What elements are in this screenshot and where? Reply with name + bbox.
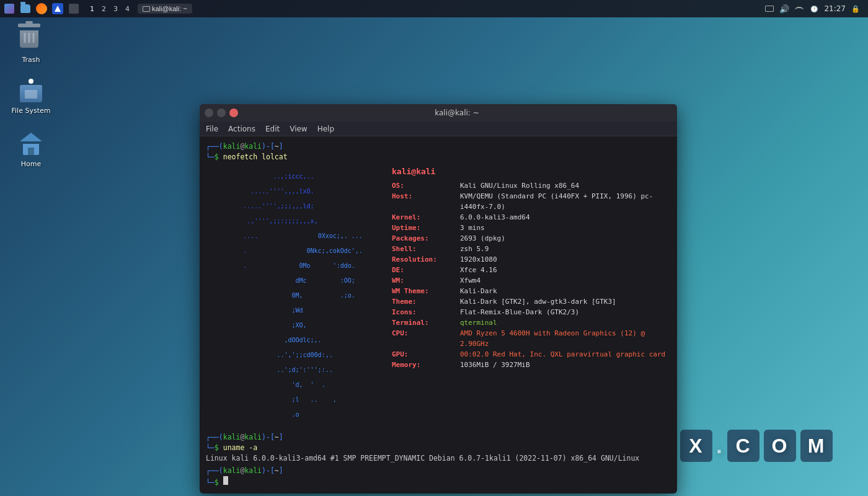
terminal-body[interactable]: ┌──(kali@kali)-[~] └─$ neofetch lolcat .…: [200, 136, 677, 494]
prompt-line-2: ┌──(kali@kali)-[~]: [206, 432, 671, 443]
taskbar-workspaces: 1 2 3 4: [87, 5, 133, 13]
prompt-line-1b: └─$ neofetch lolcat: [206, 152, 671, 162]
wm-letter-C: C: [727, 430, 760, 462]
workspace-3[interactable]: 3: [110, 5, 121, 13]
window-btn-placeholder[interactable]: [205, 108, 213, 117]
menu-view[interactable]: View: [290, 125, 307, 133]
menu-actions[interactable]: Actions: [228, 125, 255, 133]
wm-letter-M: M: [800, 430, 833, 462]
window-btn-close[interactable]: [229, 108, 238, 117]
home-icon: [17, 130, 45, 157]
cursor: [223, 476, 228, 485]
desktop-icon-trash[interactable]: Trash: [6, 22, 56, 68]
clock-icon[interactable]: 🕐: [809, 4, 819, 14]
filesystem-icon: [17, 77, 45, 104]
taskbar-app-firefox[interactable]: [35, 2, 48, 16]
taskbar-right: 🔊 🕐 21:27 🔒: [764, 4, 866, 14]
taskbar-app-files[interactable]: [19, 2, 32, 16]
wm-dot: .: [716, 430, 724, 462]
terminal-titlebar: kali@kali: ~: [200, 104, 677, 122]
workspace-2[interactable]: 2: [99, 5, 109, 13]
trash-label: Trash: [22, 56, 40, 64]
desktop-icon-filesystem[interactable]: File System: [6, 73, 56, 118]
trash-icon: [17, 26, 45, 53]
neofetch-output: ..,;iccc,.. .....'''',,,,lxO. .....'''',…: [206, 166, 671, 426]
terminal-menubar: File Actions Edit View Help: [200, 122, 677, 136]
taskbar-left: 1 2 3 4 kali@kali: ~: [2, 2, 192, 16]
workspace-1[interactable]: 1: [87, 5, 97, 13]
volume-icon[interactable]: 🔊: [779, 4, 789, 14]
terminal-title: kali@kali: ~: [242, 108, 672, 117]
prompt-line-2b: └─$ uname -a: [206, 443, 671, 453]
prompt-line-3: ┌──(kali@kali)-[~]: [206, 466, 671, 476]
uname-output: Linux kali 6.0.0-kali3-amd64 #1 SMP PREE…: [206, 453, 671, 463]
taskbar: 1 2 3 4 kali@kali: ~ 🔊 🕐 21:27 🔒: [0, 0, 868, 17]
display-icon[interactable]: [764, 4, 774, 14]
neofetch-ascii: ..,;iccc,.. .....'''',,,,lxO. .....'''',…: [206, 166, 379, 426]
home-label: Home: [21, 160, 41, 168]
workspace-4[interactable]: 4: [122, 5, 133, 13]
lock-icon[interactable]: 🔒: [851, 4, 861, 14]
wm-letter-O2: O: [764, 430, 796, 462]
terminal-window: kali@kali: ~ File Actions Edit View Help…: [200, 104, 677, 494]
taskbar-app-menu[interactable]: [2, 2, 16, 16]
menu-edit[interactable]: Edit: [265, 125, 280, 133]
wm-letter-X: X: [680, 430, 712, 462]
prompt-line-3b: └─$: [206, 476, 671, 488]
neofetch-sysinfo: kali@kali OS: Kali GNU/Linux Rolling x86…: [392, 166, 671, 426]
taskbar-app-kali[interactable]: [51, 2, 64, 16]
taskbar-app-settings[interactable]: [67, 2, 81, 16]
network-icon[interactable]: [794, 4, 804, 14]
window-btn-minimize[interactable]: [217, 108, 226, 117]
menu-help[interactable]: Help: [317, 125, 334, 133]
desktop-icon-home[interactable]: Home: [6, 126, 56, 172]
menu-file[interactable]: File: [206, 125, 218, 133]
clock-time: 21:27: [824, 4, 846, 13]
sysinfo-username: kali@kali: [392, 166, 671, 178]
taskbar-active-window[interactable]: kali@kali: ~: [138, 4, 192, 14]
filesystem-label: File System: [12, 107, 51, 115]
prompt-line-1: ┌──(kali@kali)-[~]: [206, 141, 671, 152]
